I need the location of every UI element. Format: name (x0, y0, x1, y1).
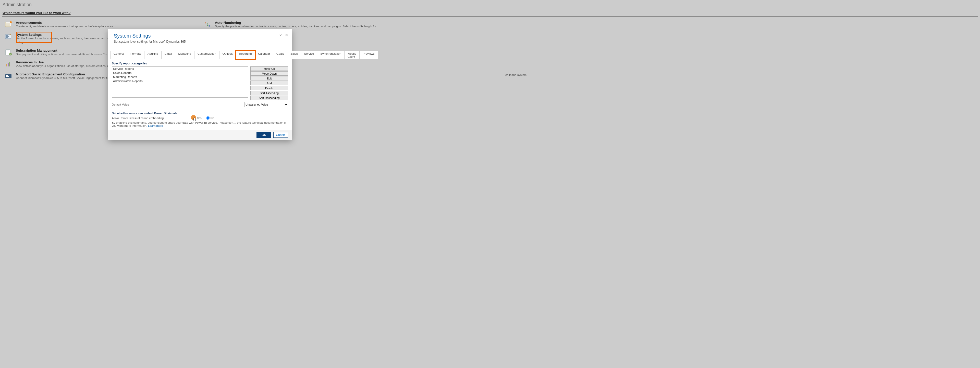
system-settings-dialog: System Settings Set system-level setting… (108, 29, 292, 140)
tab-service[interactable]: Service (301, 51, 317, 59)
tab-synchronization[interactable]: Synchronization (317, 51, 345, 59)
powerbi-no-option[interactable]: No (206, 116, 215, 120)
move-down-button[interactable]: Move Down (250, 71, 288, 76)
sort-descending-button[interactable]: Sort Descending (250, 96, 288, 100)
consent-text: By enabling this command, you consent to… (112, 121, 288, 127)
auto-numbering-icon: 123 (204, 21, 211, 28)
svg-rect-16 (8, 63, 9, 66)
tab-general[interactable]: General (110, 51, 127, 59)
svg-rect-6 (6, 35, 8, 36)
cancel-button[interactable]: Cancel (273, 132, 288, 138)
svg-rect-15 (6, 64, 7, 66)
powerbi-yes-option[interactable]: Yes (192, 116, 202, 120)
add-button[interactable]: Add (250, 81, 288, 85)
feature-title: Announcements (16, 21, 114, 24)
dialog-title: System Settings (114, 33, 286, 39)
tab-previews[interactable]: Previews (360, 51, 378, 59)
svg-text:1: 1 (205, 21, 207, 25)
report-categories-label: Specify report categories (112, 62, 288, 65)
tab-mobile-client[interactable]: Mobile Client (345, 51, 360, 59)
category-item[interactable]: Sales Reports (112, 71, 248, 75)
powerbi-allow-label: Allow Power BI visualization embedding (112, 117, 192, 120)
subscription-icon: $ (5, 48, 12, 56)
svg-rect-20 (6, 76, 9, 77)
svg-text:$: $ (10, 53, 11, 55)
category-item[interactable]: Administrative Reports (112, 79, 248, 83)
feature-title: Auto-Numbering (215, 21, 378, 24)
default-value-label: Default Value (112, 103, 129, 106)
tab-marketing[interactable]: Marketing (175, 51, 194, 59)
svg-rect-19 (6, 75, 8, 76)
resources-icon (5, 60, 12, 68)
svg-text:2: 2 (207, 23, 208, 27)
tab-reporting[interactable]: Reporting (236, 51, 255, 59)
dialog-tabs: GeneralFormatsAuditingEmailMarketingCust… (110, 51, 290, 59)
powerbi-yes-radio[interactable] (192, 116, 196, 120)
move-up-button[interactable]: Move Up (250, 66, 288, 71)
learn-more-link[interactable]: Learn more (148, 124, 163, 127)
powerbi-no-label: No (210, 117, 215, 120)
svg-point-4 (10, 21, 12, 23)
report-categories-list[interactable]: Service ReportsSales ReportsMarketing Re… (112, 66, 248, 98)
close-icon[interactable]: ✕ (285, 33, 288, 37)
tab-outlook[interactable]: Outlook (220, 51, 236, 59)
tab-email[interactable]: Email (162, 51, 175, 59)
svg-rect-7 (6, 36, 9, 37)
sort-ascending-button[interactable]: Sort Ascending (250, 91, 288, 95)
svg-rect-17 (9, 62, 10, 66)
category-item[interactable]: Marketing Reports (112, 75, 248, 79)
powerbi-section-label: Set whether users can embed Power BI vis… (112, 112, 288, 115)
feature-desc: Create, edit, and delete announcements t… (16, 24, 114, 29)
tab-sales[interactable]: Sales (287, 51, 301, 59)
tab-formats[interactable]: Formats (127, 51, 145, 59)
social-icon (5, 72, 12, 80)
system-settings-icon (5, 33, 12, 40)
page-title: Administration (3, 2, 978, 7)
powerbi-yes-label: Yes (197, 117, 202, 120)
announcements-icon (5, 21, 12, 28)
tab-auditing[interactable]: Auditing (145, 51, 162, 59)
powerbi-no-radio[interactable] (206, 116, 210, 120)
obscured-text-fragment: es in the system. (505, 74, 527, 77)
edit-button[interactable]: Edit (250, 76, 288, 80)
svg-rect-8 (6, 37, 8, 38)
svg-text:3: 3 (208, 24, 210, 28)
help-icon[interactable]: ? (280, 33, 282, 37)
feature-announcements[interactable]: Announcements Create, edit, and delete a… (2, 19, 199, 30)
default-value-select[interactable]: Unassigned Value (244, 102, 288, 107)
ok-button[interactable]: OK (256, 132, 271, 138)
delete-button[interactable]: Delete (250, 86, 288, 90)
divider (2, 16, 978, 17)
tab-calendar[interactable]: Calendar (255, 51, 273, 59)
tab-goals[interactable]: Goals (273, 51, 287, 59)
tab-customization[interactable]: Customization (194, 51, 220, 59)
category-item[interactable]: Service Reports (112, 67, 248, 71)
page-subhead: Which feature would you like to work wit… (3, 11, 978, 15)
dialog-subtitle: Set system-level settings for Microsoft … (114, 40, 286, 43)
